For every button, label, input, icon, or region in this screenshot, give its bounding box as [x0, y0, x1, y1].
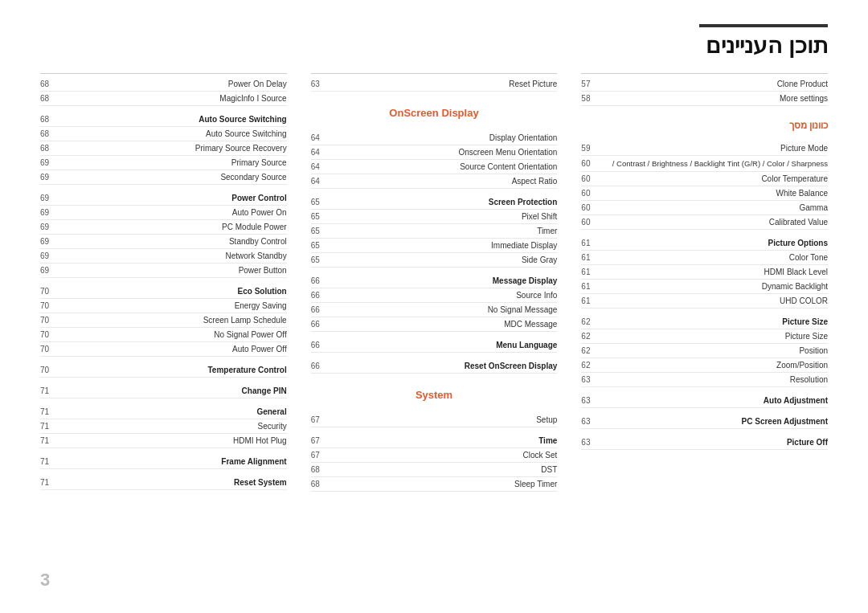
toc-row: 65Screen Protection — [311, 195, 558, 210]
toc-label: Screen Lamp Schedule — [63, 316, 287, 325]
toc-page-num: 68 — [311, 465, 334, 474]
toc-label: Menu Language — [334, 341, 558, 349]
spacer — [581, 408, 828, 415]
toc-page-num: 69 — [40, 194, 63, 202]
toc-row: 64Source Content Orientation — [311, 160, 558, 174]
section-header-row: System — [311, 380, 558, 407]
toc-row: 68Auto Source Switching — [40, 127, 287, 141]
toc-row: 61Dynamic Backlight — [581, 280, 828, 294]
toc-label: Pixel Shift — [334, 212, 558, 221]
toc-row: 62Picture Size — [581, 329, 828, 344]
toc-label: Auto Source Switching — [63, 129, 287, 138]
toc-page-num: 66 — [311, 291, 334, 300]
spacer — [40, 185, 287, 191]
col1: 68Power On Delay68MagicInfo I Source68Au… — [40, 73, 287, 589]
toc-label: HDMI Black Level — [604, 268, 828, 276]
toc-page-num: 66 — [311, 305, 334, 314]
toc-row: 63Reset Picture — [311, 77, 558, 92]
toc-row: 67Time — [311, 434, 558, 448]
toc-row: 60/ Contrast / Brightness / Backlight Ti… — [581, 156, 828, 172]
toc-label: Reset OnScreen Display — [334, 362, 558, 370]
toc-label: No Signal Message — [334, 305, 558, 314]
toc-page-num: 69 — [40, 251, 63, 260]
toc-row: 66MDC Message — [311, 317, 558, 332]
toc-row: 70Energy Saving — [40, 299, 287, 313]
toc-row: 60Color Temperature — [581, 172, 828, 186]
toc-row: 68Sleep Timer — [311, 477, 558, 492]
toc-row: 66No Signal Message — [311, 303, 558, 317]
toc-label: Zoom/Position — [604, 361, 828, 370]
toc-label: Side Gray — [334, 255, 558, 264]
toc-row: 70Eco Solution — [40, 284, 287, 299]
spacer — [311, 92, 558, 98]
toc-page-num: 66 — [311, 320, 334, 329]
toc-row: 70Temperature Control — [40, 363, 287, 378]
toc-label: Standby Control — [63, 237, 287, 246]
toc-row: 70No Signal Power Off — [40, 328, 287, 342]
toc-page-num: 62 — [581, 317, 604, 326]
spacer — [581, 429, 828, 435]
toc-label: Auto Source Switching — [63, 115, 287, 124]
toc-page-num: 64 — [311, 162, 334, 171]
toc-row: 69Power Button — [40, 264, 287, 278]
toc-page-num: 70 — [40, 366, 63, 374]
toc-page-num: 66 — [311, 341, 334, 349]
toc-row: 64Display Orientation — [311, 131, 558, 145]
toc-page-num: 70 — [40, 345, 63, 353]
page-number: 3 — [40, 570, 50, 591]
toc-label: PC Module Power — [63, 223, 287, 231]
spacer — [40, 398, 287, 405]
spacer — [311, 407, 558, 413]
toc-page-num: 60 — [581, 189, 604, 198]
spacer — [40, 357, 287, 363]
toc-label: Power Button — [63, 266, 287, 275]
toc-row: 69Power Control — [40, 191, 287, 206]
toc-page-num: 63 — [581, 438, 604, 447]
toc-page-num: 65 — [311, 255, 334, 264]
toc-page-num: 63 — [581, 375, 604, 384]
toc-row: 58More settings — [581, 92, 828, 106]
toc-page-num: 62 — [581, 346, 604, 355]
toc-row: 59Picture Mode — [581, 141, 828, 156]
toc-page-num: 61 — [581, 282, 604, 291]
toc-label: Picture Off — [604, 438, 828, 447]
toc-label: More settings — [604, 94, 828, 103]
toc-label: No Signal Power Off — [63, 330, 287, 339]
toc-content: 68Power On Delay68MagicInfo I Source68Au… — [40, 73, 828, 589]
toc-label: Immediate Display — [334, 241, 558, 250]
toc-page-num: 61 — [581, 239, 604, 247]
toc-page-num: 69 — [40, 237, 63, 246]
toc-row: 63Picture Off — [581, 435, 828, 450]
toc-label: Resolution — [604, 375, 828, 384]
toc-row: 68Primary Source Recovery — [40, 141, 287, 156]
toc-row: 61Picture Options — [581, 236, 828, 251]
toc-label: General — [63, 407, 287, 416]
toc-row: 70Screen Lamp Schedule — [40, 313, 287, 328]
toc-row: 69Network Standby — [40, 249, 287, 264]
toc-label: Change PIN — [63, 386, 287, 395]
col3: 57Clone Product58More settingsכוונון מסך… — [581, 73, 828, 589]
toc-label: Setup — [334, 415, 558, 424]
spacer — [581, 230, 828, 236]
toc-row: 71Security — [40, 419, 287, 434]
toc-label: Color Temperature — [604, 174, 828, 183]
toc-row: 70Auto Power Off — [40, 342, 287, 357]
toc-label: Clock Set — [334, 451, 558, 460]
toc-page-num: 71 — [40, 436, 63, 445]
toc-row: 71Change PIN — [40, 384, 287, 398]
toc-label: Aspect Ratio — [334, 177, 558, 186]
spacer — [311, 353, 558, 359]
toc-row: 63PC Screen Adjustment — [581, 415, 828, 429]
toc-row: 60Calibrated Value — [581, 215, 828, 230]
spacer — [40, 378, 287, 384]
toc-page-num: 60 — [581, 174, 604, 183]
spacer — [311, 332, 558, 338]
toc-page-num: 65 — [311, 227, 334, 235]
toc-label: Primary Source — [63, 158, 287, 167]
toc-row: 64Aspect Ratio — [311, 174, 558, 189]
toc-row: 62Position — [581, 344, 828, 358]
toc-label: Sleep Timer — [334, 480, 558, 488]
toc-page-num: 69 — [40, 173, 63, 182]
spacer — [581, 387, 828, 394]
toc-row: 60Gamma — [581, 201, 828, 215]
